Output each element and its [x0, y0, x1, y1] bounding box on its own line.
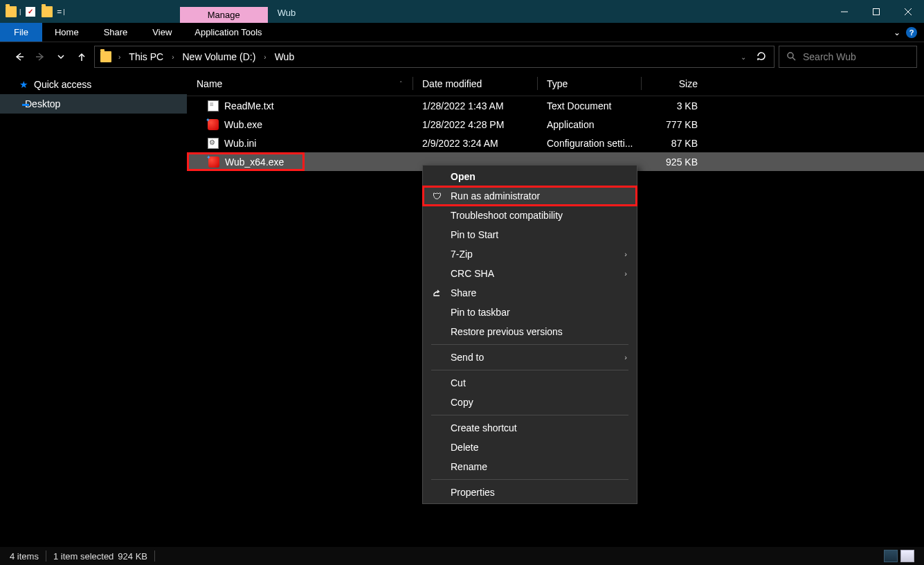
breadcrumb-drive[interactable]: New Volume (D:) — [179, 51, 258, 62]
sidebar-item-quick-access[interactable]: ★ Quick access — [0, 75, 187, 94]
menu-item-delete[interactable]: Delete — [423, 438, 637, 457]
recent-dropdown[interactable] — [53, 48, 69, 65]
maximize-button[interactable] — [860, 0, 892, 23]
equals-icon: = — [57, 7, 62, 17]
separator-icon: | — [19, 8, 21, 15]
folder-icon[interactable] — [40, 5, 54, 19]
tab-share[interactable]: Share — [91, 24, 141, 41]
separator — [46, 550, 46, 562]
file-size: 87 KB — [641, 138, 707, 149]
refresh-icon[interactable] — [756, 51, 767, 64]
file-row[interactable]: Wub.ini 2/9/2022 3:24 AM Configuration s… — [187, 134, 924, 152]
window-title: Wub — [268, 3, 306, 23]
file-list: ReadMe.txt 1/28/2022 1:43 AM Text Docume… — [187, 96, 924, 171]
chevron-down-icon[interactable]: ⌄ — [894, 28, 900, 37]
chevron-right-icon[interactable]: › — [117, 53, 122, 61]
help-icon[interactable]: ? — [906, 27, 917, 38]
menu-item-copy[interactable]: Copy — [423, 393, 637, 412]
details-view-button[interactable] — [884, 550, 898, 562]
menu-item-send-to[interactable]: Send to› — [423, 348, 637, 367]
file-type: Application — [537, 119, 641, 130]
context-tab-area: Manage Wub — [180, 0, 305, 23]
svg-line-8 — [792, 57, 795, 60]
manage-context-tab[interactable]: Manage — [180, 7, 268, 23]
menu-item-share[interactable]: Share — [423, 283, 637, 303]
status-size: 924 KB — [118, 551, 147, 562]
tab-view[interactable]: View — [140, 24, 184, 41]
folder-icon — [99, 50, 113, 64]
menu-item-create-shortcut[interactable]: Create shortcut — [423, 418, 637, 438]
navigation-bar: › This PC › New Volume (D:) › Wub ⌄ Sear… — [0, 42, 924, 71]
file-type: Text Document — [537, 100, 641, 111]
column-headers: Name˄ Date modified Type Size — [187, 71, 924, 96]
view-toggle — [884, 550, 914, 562]
breadcrumb-folder[interactable]: Wub — [272, 51, 298, 62]
minimize-button[interactable] — [828, 0, 860, 23]
navigation-pane: ★ Quick access Desktop — [0, 71, 187, 547]
menu-item-pin-start[interactable]: Pin to Start — [423, 225, 637, 244]
sidebar-item-desktop[interactable]: Desktop — [0, 94, 187, 114]
exe-file-icon — [208, 156, 219, 168]
menu-separator — [431, 479, 628, 480]
menu-separator — [431, 415, 628, 415]
tab-application-tools[interactable]: Application Tools — [182, 24, 274, 41]
menu-item-run-as-admin[interactable]: 🛡 Run as administrator — [423, 186, 637, 206]
menu-item-troubleshoot[interactable]: Troubleshoot compatibility — [423, 206, 637, 225]
share-icon — [431, 287, 442, 298]
column-type[interactable]: Type — [537, 71, 641, 96]
sidebar-item-label: Desktop — [25, 98, 60, 109]
menu-item-restore[interactable]: Restore previous versions — [423, 322, 637, 341]
search-placeholder: Search Wub — [803, 51, 856, 62]
status-item-count: 4 items — [10, 551, 39, 562]
breadcrumb-this-pc[interactable]: This PC — [126, 51, 166, 62]
chevron-right-icon: › — [624, 250, 627, 258]
file-size: 925 KB — [641, 156, 707, 168]
close-button[interactable] — [892, 0, 924, 23]
column-date[interactable]: Date modified — [413, 71, 537, 96]
search-input[interactable]: Search Wub — [779, 46, 917, 68]
quick-access-toolbar: | ✓ = | — [0, 0, 69, 23]
menu-item-cut[interactable]: Cut — [423, 373, 637, 393]
column-name[interactable]: Name˄ — [187, 71, 413, 96]
chevron-right-icon[interactable]: › — [170, 53, 175, 61]
forward-button[interactable] — [32, 48, 48, 65]
menu-item-open[interactable]: Open — [423, 167, 637, 186]
properties-icon[interactable]: ✓ — [24, 5, 37, 19]
menu-item-rename[interactable]: Rename — [423, 457, 637, 476]
menu-item-properties[interactable]: Properties — [423, 483, 637, 502]
svg-rect-1 — [873, 8, 880, 15]
file-row[interactable]: Wub.exe 1/28/2022 4:28 PM Application 77… — [187, 115, 924, 134]
file-name: ReadMe.txt — [224, 100, 274, 111]
address-bar[interactable]: › This PC › New Volume (D:) › Wub ⌄ — [94, 46, 774, 68]
tab-home[interactable]: Home — [42, 24, 91, 41]
separator — [154, 550, 155, 562]
file-name: Wub.ini — [224, 138, 256, 149]
chevron-right-icon: › — [624, 353, 627, 361]
up-button[interactable] — [73, 48, 90, 65]
status-bar: 4 items 1 item selected 924 KB — [0, 547, 924, 565]
ribbon-tabs: File Home Share View Application Tools ⌄… — [0, 23, 924, 42]
file-tab[interactable]: File — [0, 23, 42, 42]
sort-indicator-icon: ˄ — [399, 80, 403, 87]
back-button[interactable] — [11, 48, 28, 65]
ini-file-icon — [208, 138, 219, 149]
file-size: 777 KB — [641, 119, 707, 130]
folder-icon[interactable] — [4, 5, 18, 19]
file-type: Configuration setti... — [537, 138, 641, 149]
thumbnails-view-button[interactable] — [900, 550, 914, 562]
file-date: 1/28/2022 1:43 AM — [413, 100, 537, 111]
chevron-down-icon[interactable]: ⌄ — [741, 53, 746, 61]
context-menu: Open 🛡 Run as administrator Troubleshoot… — [422, 165, 637, 504]
menu-item-7zip[interactable]: 7-Zip› — [423, 244, 637, 264]
chevron-right-icon[interactable]: › — [262, 53, 267, 61]
text-file-icon — [208, 100, 219, 111]
file-row[interactable]: ReadMe.txt 1/28/2022 1:43 AM Text Docume… — [187, 96, 924, 115]
column-size[interactable]: Size — [641, 71, 707, 96]
menu-item-crc-sha[interactable]: CRC SHA› — [423, 264, 637, 283]
main-area: ★ Quick access Desktop Name˄ Date modifi… — [0, 71, 924, 547]
window-controls — [828, 0, 924, 23]
separator-icon: | — [63, 8, 64, 15]
sidebar-item-label: Quick access — [34, 79, 91, 90]
file-list-pane: Name˄ Date modified Type Size ReadMe.txt… — [187, 71, 924, 547]
menu-item-pin-taskbar[interactable]: Pin to taskbar — [423, 303, 637, 322]
